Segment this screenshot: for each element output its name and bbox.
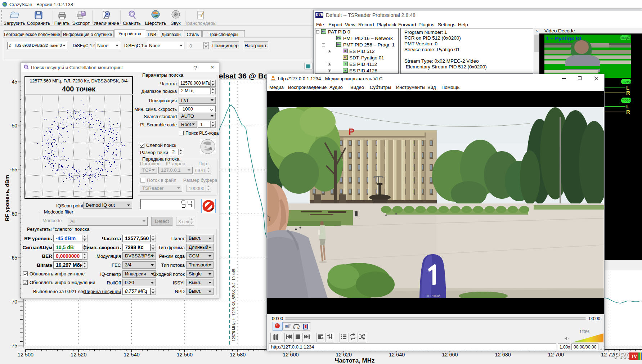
svg-text:12 700: 12 700 <box>548 352 564 358</box>
svg-text:12 680: 12 680 <box>495 352 511 358</box>
svg-text:ПЕРВЫЙ: ПЕРВЫЙ <box>426 294 440 298</box>
svg-text:Частота, MHz: Частота, MHz <box>335 357 374 364</box>
svg-text:-70: -70 <box>10 299 17 305</box>
svg-text:12 620: 12 620 <box>336 352 352 358</box>
svg-text:-55: -55 <box>10 167 17 172</box>
svg-text:-45: -45 <box>10 79 17 85</box>
svg-text:12 580: 12 580 <box>230 352 246 358</box>
svg-text:12 500: 12 500 <box>18 352 33 358</box>
svg-text:RF уровень, dBm: RF уровень, dBm <box>4 175 10 221</box>
svg-text:12 540: 12 540 <box>124 352 139 358</box>
svg-text:-75: -75 <box>10 343 17 349</box>
svg-text:12 520: 12 520 <box>71 352 86 358</box>
svg-text:12578 MHz; H; 7298 KS ;8PSK; 3: 12578 MHz; H; 7298 KS ;8PSK; 3/4; 10,4dB <box>232 269 236 341</box>
svg-text:12 560: 12 560 <box>177 352 193 358</box>
svg-text:B: B <box>297 326 300 329</box>
svg-text:12 600: 12 600 <box>283 352 298 358</box>
svg-text:-60: -60 <box>10 211 17 217</box>
svg-text:A: A <box>293 326 295 329</box>
svg-text:-50: -50 <box>10 123 17 129</box>
svg-text:Р: Р <box>349 127 354 136</box>
svg-text:12 640: 12 640 <box>389 352 405 358</box>
svg-text:12 660: 12 660 <box>442 352 458 358</box>
